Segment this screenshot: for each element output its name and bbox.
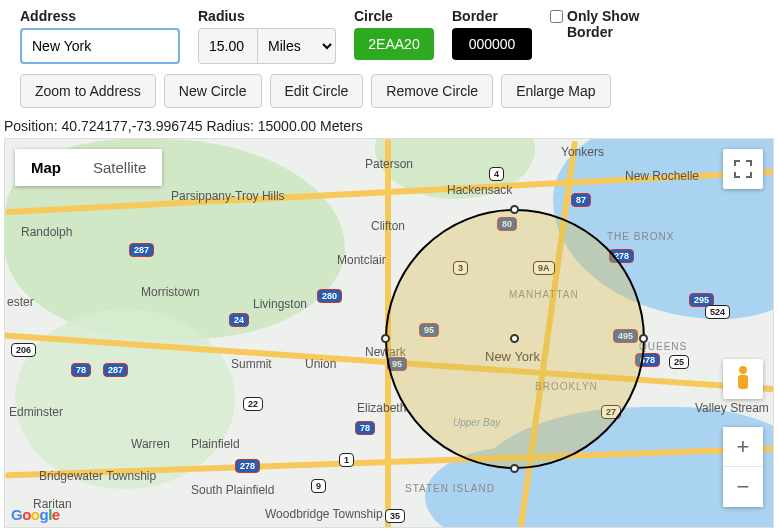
city-woodbridge: Woodbridge Township	[265, 507, 383, 521]
remove-circle-button[interactable]: Remove Circle	[371, 74, 493, 108]
shield-280: 280	[317, 289, 342, 303]
city-queens: QUEENS	[639, 341, 687, 352]
fullscreen-icon	[734, 160, 752, 178]
address-input[interactable]	[20, 28, 180, 64]
shield-25: 25	[669, 355, 689, 369]
shield-206: 206	[11, 343, 36, 357]
map-type-control: Map Satellite	[15, 149, 162, 186]
zoom-out-button[interactable]: −	[723, 467, 763, 507]
circle-east-handle[interactable]	[639, 334, 648, 343]
border-color-chip[interactable]: 000000	[452, 28, 532, 60]
city-clifton: Clifton	[371, 219, 405, 233]
enlarge-map-button[interactable]: Enlarge Map	[501, 74, 610, 108]
city-randolph: Randolph	[21, 225, 72, 239]
city-ester: ester	[7, 295, 34, 309]
city-yonkers: Yonkers	[561, 145, 604, 159]
circle-color-label: Circle	[354, 8, 434, 24]
city-paterson: Paterson	[365, 157, 413, 171]
map[interactable]: Paterson Yonkers New Rochelle Hackensack…	[4, 138, 774, 528]
city-warren: Warren	[131, 437, 170, 451]
only-show-border-checkbox[interactable]	[550, 10, 563, 23]
border-color-label: Border	[452, 8, 532, 24]
google-logo: Google	[11, 506, 60, 523]
city-livingston: Livingston	[253, 297, 307, 311]
pegman-icon	[735, 366, 751, 392]
shield-78b: 78	[355, 421, 375, 435]
circle-color-chip[interactable]: 2EAA20	[354, 28, 434, 60]
city-morristown: Morristown	[141, 285, 200, 299]
edit-circle-button[interactable]: Edit Circle	[270, 74, 364, 108]
city-valleystream: Valley Stream	[695, 401, 769, 415]
shield-287: 287	[129, 243, 154, 257]
zoom-in-button[interactable]: +	[723, 427, 763, 467]
city-montclair: Montclair	[337, 253, 386, 267]
city-union: Union	[305, 357, 336, 371]
shield-9: 9	[311, 479, 326, 493]
shield-287b: 287	[103, 363, 128, 377]
city-elizabeth: Elizabeth	[357, 401, 406, 415]
unit-select[interactable]: Miles	[258, 28, 336, 64]
city-plainfield: Plainfield	[191, 437, 240, 451]
address-label: Address	[20, 8, 180, 24]
pegman-button[interactable]	[723, 359, 763, 399]
shield-4: 4	[489, 167, 504, 181]
city-parsippany: Parsippany-Troy Hills	[171, 189, 285, 203]
circle-center-handle[interactable]	[510, 334, 519, 343]
radius-input[interactable]	[198, 28, 258, 64]
shield-35: 35	[385, 509, 405, 523]
circle-west-handle[interactable]	[381, 334, 390, 343]
fullscreen-button[interactable]	[723, 149, 763, 189]
shield-24: 24	[229, 313, 249, 327]
map-type-map-button[interactable]: Map	[15, 149, 77, 186]
shield-1: 1	[339, 453, 354, 467]
new-circle-button[interactable]: New Circle	[164, 74, 262, 108]
circle-south-handle[interactable]	[510, 464, 519, 473]
city-summit: Summit	[231, 357, 272, 371]
shield-278: 278	[235, 459, 260, 473]
city-hackensack: Hackensack	[447, 183, 512, 197]
city-statenisland: STATEN ISLAND	[405, 483, 495, 494]
only-show-border-label[interactable]: Only Show Border	[550, 8, 660, 40]
shield-22: 22	[243, 397, 263, 411]
zoom-to-address-button[interactable]: Zoom to Address	[20, 74, 156, 108]
circle-north-handle[interactable]	[510, 205, 519, 214]
shield-78: 78	[71, 363, 91, 377]
city-southplainfield: South Plainfield	[191, 483, 274, 497]
radius-label: Radius	[198, 8, 336, 24]
city-newrochelle: New Rochelle	[625, 169, 699, 183]
city-edminster: Edminster	[9, 405, 63, 419]
shield-87: 87	[571, 193, 591, 207]
status-text: Position: 40.724177,-73.996745 Radius: 1…	[0, 116, 778, 138]
city-bronx: THE BRONX	[607, 231, 674, 242]
shield-524: 524	[705, 305, 730, 319]
city-bridgewater: Bridgewater Township	[39, 469, 156, 483]
zoom-control: + −	[723, 427, 763, 507]
map-type-satellite-button[interactable]: Satellite	[77, 149, 162, 186]
